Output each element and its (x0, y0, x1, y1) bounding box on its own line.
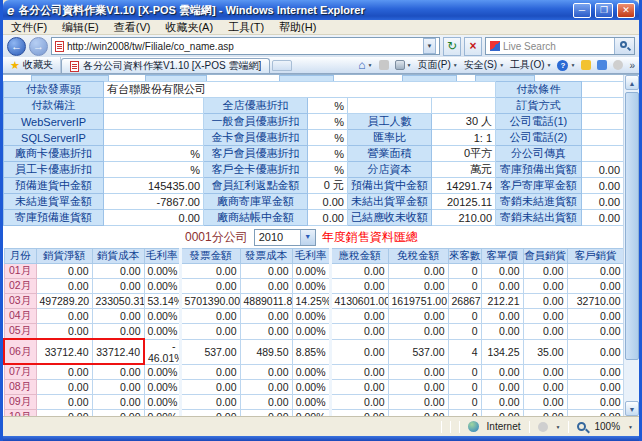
form-value[interactable]: 0.00 (582, 178, 624, 194)
search-input[interactable]: Live Search (485, 37, 635, 55)
form-value[interactable]: 210.00 (432, 210, 496, 226)
back-button[interactable]: ← (7, 37, 26, 56)
data-cell: 0.00% (292, 380, 330, 395)
feed-button[interactable] (379, 60, 389, 70)
month-cell: 04月 (4, 309, 36, 324)
data-cell: 0.00% (292, 324, 330, 340)
plugin-icon-1[interactable] (581, 60, 591, 70)
zoom-level[interactable]: 100% (594, 421, 620, 432)
data-cell: 0.00% (292, 410, 330, 417)
tools-menu[interactable]: 工具(O)▼ (510, 58, 551, 72)
form-value[interactable]: 0.00 (582, 194, 624, 210)
search-placeholder: Live Search (503, 41, 556, 52)
data-cell: 0.00 (388, 364, 448, 380)
form-value[interactable]: 0平方 (432, 146, 496, 162)
home-button[interactable]: ⌂▼ (358, 60, 372, 70)
scroll-down-icon[interactable]: ▼ (625, 401, 639, 416)
form-value[interactable]: % (308, 162, 348, 178)
column-header: 會員銷貨 (523, 249, 567, 264)
form-value[interactable] (432, 98, 496, 114)
scrollbar-thumb[interactable] (625, 92, 639, 360)
overflow-chevron-icon[interactable]: » (629, 60, 635, 71)
stop-button[interactable]: × (464, 37, 482, 56)
data-cell: 4 (448, 339, 481, 364)
form-value[interactable] (582, 114, 624, 130)
forward-button[interactable]: → (29, 37, 48, 56)
protected-mode-icon[interactable] (538, 422, 548, 432)
form-value[interactable] (582, 82, 624, 98)
form-value[interactable]: 0.00 (582, 162, 624, 178)
form-value[interactable]: % (308, 146, 348, 162)
year-dropdown-icon[interactable]: ▼ (300, 230, 315, 245)
search-button[interactable] (614, 38, 634, 54)
form-value[interactable]: 1: 1 (432, 130, 496, 146)
form-value[interactable]: % (104, 146, 204, 162)
url-dropdown-icon[interactable]: ▼ (423, 38, 436, 54)
form-value[interactable]: 0.00 (104, 210, 204, 226)
new-tab-button[interactable] (272, 60, 292, 71)
tab-active[interactable]: 各分公司資料作業V1.10 [X-POS 雲端網] (61, 58, 270, 73)
form-value[interactable] (104, 114, 204, 130)
minimize-button[interactable]: ─ (573, 3, 591, 18)
form-value[interactable]: 有台聯股份有限公司 (104, 82, 496, 98)
url-text[interactable]: http://win2008/tw/Filiale/co_name.asp (67, 41, 420, 52)
menu-tools[interactable]: 工具(T) (228, 20, 264, 35)
form-value[interactable]: % (308, 130, 348, 146)
form-value[interactable]: 20125.11 (432, 194, 496, 210)
form-value[interactable]: % (104, 162, 204, 178)
menu-bar: 文件(F) 编辑(E) 查看(V) 收藏夹(A) 工具(T) 帮助(H) (3, 20, 639, 35)
form-value[interactable]: 0.00 (582, 210, 624, 226)
month-row: 07月0.000.000.00%0.000.000.00%0.000.0000.… (4, 364, 624, 380)
favorites-button[interactable]: ★ 收藏夹 (3, 57, 61, 73)
form-value[interactable]: 14291.74 (432, 178, 496, 194)
form-value[interactable]: % (308, 98, 348, 114)
data-cell: 0.00 (92, 380, 144, 395)
page-menu[interactable]: 页面(P)▼ (417, 58, 457, 72)
data-cell: 0.00 (180, 279, 240, 294)
maximize-button[interactable]: ❐ (595, 3, 613, 18)
form-value[interactable] (104, 130, 204, 146)
form-label: 匯率比 (348, 130, 432, 146)
refresh-button[interactable]: ↻ (443, 37, 461, 56)
data-cell: 0.00 (240, 410, 292, 417)
form-label: 客戶會員優惠折扣 (204, 146, 308, 162)
form-label: 已結應收未收額 (348, 210, 432, 226)
form-value[interactable] (348, 98, 432, 114)
data-cell: 0.00% (292, 279, 330, 294)
data-cell: 0.00 (567, 279, 624, 294)
menu-help[interactable]: 帮助(H) (279, 20, 316, 35)
url-field[interactable]: http://win2008/tw/Filiale/co_name.asp ▼ (51, 37, 440, 55)
form-value[interactable]: 0.00 (308, 210, 348, 226)
menu-file[interactable]: 文件(F) (11, 20, 47, 35)
form-value[interactable]: 145435.00 (104, 178, 204, 194)
safety-menu[interactable]: 安全(S)▼ (464, 58, 504, 72)
year-dropdown[interactable]: 2010 ▼ (254, 229, 316, 246)
form-value[interactable]: 30 人 (432, 114, 496, 130)
plugin-icon-2[interactable] (597, 60, 607, 70)
form-value[interactable]: 0 元 (308, 178, 348, 194)
form-value[interactable]: 萬元 (432, 162, 496, 178)
data-cell: 0.00 (240, 279, 292, 294)
window-title: 各分公司資料作業V1.10 [X-POS 雲端網] - Windows Inte… (18, 3, 569, 18)
vertical-scrollbar[interactable]: ▲ ▼ (623, 75, 639, 416)
close-button[interactable]: ✕ (617, 3, 635, 18)
form-value[interactable]: -7867.00 (104, 194, 204, 210)
menu-favorites[interactable]: 收藏夹(A) (165, 20, 213, 35)
zoom-dropdown-icon[interactable]: ▼ (628, 424, 633, 430)
form-value[interactable]: % (308, 114, 348, 130)
help-button[interactable]: ?▼ (557, 60, 575, 71)
scroll-up-icon[interactable]: ▲ (625, 75, 639, 90)
form-value[interactable] (582, 98, 624, 114)
data-cell: 4130601.00 (330, 294, 388, 309)
form-value[interactable]: 0.00 (308, 194, 348, 210)
print-button[interactable]: ▼ (395, 60, 412, 70)
menu-edit[interactable]: 编辑(E) (62, 20, 99, 35)
form-value[interactable] (104, 98, 204, 114)
form-value[interactable] (582, 146, 624, 162)
month-cell: 05月 (4, 324, 36, 340)
month-row: 03月497289.20233050.3153.14%5701390.00488… (4, 294, 624, 309)
menu-view[interactable]: 查看(V) (114, 20, 151, 35)
plugin-icon-3[interactable] (613, 60, 623, 70)
form-value[interactable] (582, 130, 624, 146)
data-cell: 1619751.00 (388, 294, 448, 309)
